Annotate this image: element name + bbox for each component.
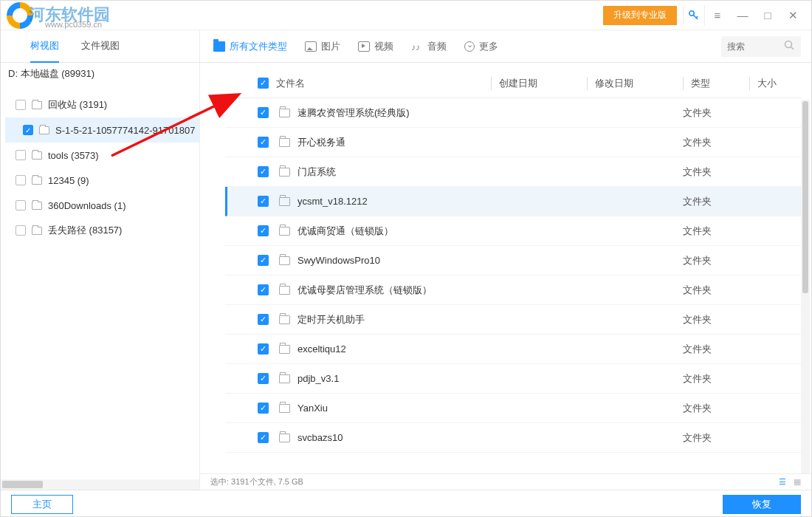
watermark-url: www.pc0359.cn	[45, 20, 102, 29]
row-checkbox[interactable]: ✓	[258, 343, 269, 355]
row-checkbox[interactable]: ✓	[258, 432, 269, 443]
table-row[interactable]: ✓SwyWindowsPro10文件夹	[225, 246, 801, 275]
checkbox[interactable]	[16, 150, 26, 160]
checkbox[interactable]: ✓	[23, 125, 33, 135]
table-row[interactable]: ✓定时开关机助手文件夹	[225, 305, 801, 335]
col-name-label[interactable]: 文件名	[276, 77, 305, 90]
table-row[interactable]: ✓开心税务通文件夹	[225, 128, 801, 157]
row-checkbox[interactable]: ✓	[258, 166, 269, 177]
tab-file-view[interactable]: 文件视图	[81, 30, 120, 63]
table-row[interactable]: ✓门店系统文件夹	[225, 157, 801, 187]
search-box[interactable]	[721, 36, 801, 57]
table-header: ✓ 文件名 创建日期 修改日期 类型 大小	[225, 69, 801, 98]
checkbox[interactable]	[16, 200, 26, 210]
checkbox[interactable]	[16, 100, 26, 110]
sidebar-item[interactable]: 回收站 (3191)	[5, 92, 199, 117]
table-row[interactable]: ✓pdjb_v3.1文件夹	[225, 364, 801, 394]
table-row[interactable]: ✓YanXiu文件夹	[225, 394, 801, 423]
key-icon[interactable]	[683, 5, 705, 26]
footer: 主页 恢复	[1, 490, 811, 517]
folder-icon	[279, 109, 290, 117]
row-checkbox[interactable]: ✓	[258, 373, 269, 384]
checkbox[interactable]	[16, 225, 26, 236]
folder-icon	[279, 256, 290, 265]
sidebar-scrollbar[interactable]	[1, 479, 199, 490]
filter-all[interactable]: 所有文件类型	[213, 40, 287, 53]
folder-icon	[279, 138, 290, 147]
tab-tree-view[interactable]: 树视图	[30, 30, 59, 63]
row-name: svcbazs10	[297, 432, 491, 443]
filter-audio[interactable]: 音频	[411, 40, 447, 53]
maximize-icon[interactable]: □	[755, 5, 780, 26]
row-name: 门店系统	[297, 165, 491, 179]
row-checkbox[interactable]: ✓	[258, 255, 269, 266]
grid-view-icon[interactable]: ▦	[794, 477, 801, 487]
content-scrollbar[interactable]	[801, 100, 810, 473]
row-name: pdjb_v3.1	[297, 373, 491, 384]
filter-bar: 所有文件类型 图片 视频 音频 更多	[200, 30, 811, 62]
tree-disk-label[interactable]: D: 本地磁盘 (89931)	[1, 63, 199, 85]
select-all-checkbox[interactable]: ✓	[258, 78, 269, 89]
tree-item-label: 丢失路径 (83157)	[48, 224, 122, 237]
folder-icon	[39, 126, 49, 134]
minimize-icon[interactable]: —	[730, 5, 755, 26]
sidebar-item[interactable]: 12345 (9)	[5, 168, 199, 193]
home-button[interactable]: 主页	[11, 495, 73, 514]
tree-item-label: tools (3573)	[48, 150, 99, 161]
folder-icon	[279, 434, 290, 442]
content: ✓ 文件名 创建日期 修改日期 类型 大小 ✓速腾农资管理系统(经典版)文件夹✓…	[200, 63, 811, 490]
filter-all-label: 所有文件类型	[230, 40, 287, 53]
table-row[interactable]: ✓优诚商贸通（链锁版）文件夹	[225, 216, 801, 246]
col-type-label[interactable]: 类型	[683, 77, 749, 90]
folder-icon	[32, 151, 42, 160]
recover-button[interactable]: 恢复	[723, 495, 801, 514]
filter-image-label: 图片	[321, 40, 340, 53]
row-checkbox[interactable]: ✓	[258, 196, 269, 207]
logo-area: 河东软件园 www.pc0359.cn	[1, 1, 156, 30]
row-type: 文件夹	[683, 402, 749, 415]
row-checkbox[interactable]: ✓	[258, 137, 269, 148]
row-type: 文件夹	[683, 106, 749, 120]
folder-icon	[279, 374, 290, 383]
svg-line-2	[696, 16, 698, 18]
folder-icon	[279, 227, 290, 236]
sidebar-item[interactable]: 360Downloads (1)	[5, 193, 199, 218]
filter-image[interactable]: 图片	[305, 40, 340, 53]
row-name: SwyWindowsPro10	[297, 255, 491, 266]
audio-icon	[411, 41, 423, 52]
menu-icon[interactable]: ≡	[705, 5, 730, 26]
search-input[interactable]	[727, 41, 779, 52]
table-row[interactable]: ✓ycsmt_v18.1212文件夹	[225, 187, 801, 216]
row-type: 文件夹	[683, 225, 749, 238]
row-checkbox[interactable]: ✓	[258, 107, 269, 118]
col-created-label[interactable]: 创建日期	[491, 77, 587, 90]
row-checkbox[interactable]: ✓	[258, 403, 269, 414]
table-row[interactable]: ✓svcbazs10文件夹	[225, 423, 801, 453]
titlebar: 河东软件园 www.pc0359.cn 升级到专业版 ≡ — □ ✕	[1, 1, 811, 30]
list-view-icon[interactable]: ☰	[779, 477, 786, 487]
folder-icon	[279, 197, 290, 206]
col-modified-label[interactable]: 修改日期	[587, 77, 683, 90]
filter-more[interactable]: 更多	[464, 40, 498, 53]
sidebar-item[interactable]: 丢失路径 (83157)	[5, 218, 199, 243]
upgrade-button[interactable]: 升级到专业版	[603, 6, 677, 25]
search-icon[interactable]	[783, 39, 795, 54]
filter-video[interactable]: 视频	[358, 40, 393, 53]
view-tabs: 树视图 文件视图	[1, 30, 200, 62]
tree-item-label: S-1-5-21-1057774142-91701807	[55, 125, 195, 136]
table-row[interactable]: ✓速腾农资管理系统(经典版)文件夹	[225, 98, 801, 128]
folder-icon	[32, 227, 42, 235]
row-checkbox[interactable]: ✓	[258, 284, 269, 295]
sidebar-item[interactable]: tools (3573)	[5, 143, 199, 168]
row-checkbox[interactable]: ✓	[258, 314, 269, 325]
table-row[interactable]: ✓优诚母婴店管理系统（链锁版）文件夹	[225, 275, 801, 305]
close-icon[interactable]: ✕	[780, 5, 805, 26]
table-row[interactable]: ✓exceltiqu12文件夹	[225, 335, 801, 364]
checkbox[interactable]	[16, 175, 26, 185]
row-checkbox[interactable]: ✓	[258, 225, 269, 236]
row-name: YanXiu	[297, 403, 491, 414]
col-size-label[interactable]: 大小	[749, 77, 801, 90]
folder-icon	[279, 345, 290, 354]
sidebar-item[interactable]: ✓S-1-5-21-1057774142-91701807	[5, 117, 199, 143]
svg-line-4	[791, 47, 794, 49]
